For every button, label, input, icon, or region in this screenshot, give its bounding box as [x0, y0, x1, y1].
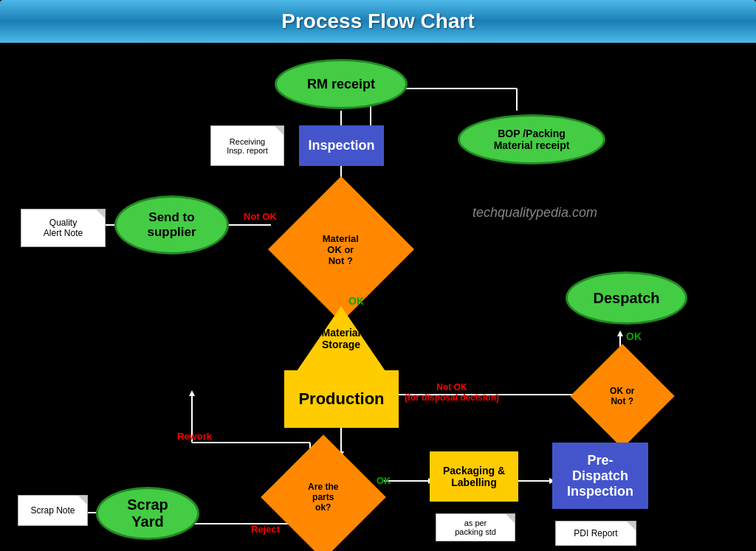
- scrap-note-node: Scrap Note: [18, 495, 88, 526]
- receiving-report-node: ReceivingInsp. report: [210, 125, 284, 166]
- material-ok-label: MaterialOK orNot ?: [323, 232, 359, 266]
- svg-marker-25: [189, 390, 195, 396]
- packaging-node: Packaging &Labelling: [430, 451, 518, 502]
- scrap-note-label: Scrap Note: [30, 505, 75, 516]
- packaging-label: Packaging &Labelling: [443, 465, 505, 488]
- ok-label-despatch: OK: [626, 330, 642, 342]
- pre-dispatch-node: Pre-DispatchInspection: [552, 443, 648, 509]
- inspection-node: Inspection: [299, 125, 384, 166]
- rm-receipt-node: RM receipt: [275, 59, 408, 109]
- scrap-yard-label: ScrapYard: [127, 496, 168, 530]
- despatch-label: Despatch: [593, 290, 659, 307]
- send-to-supplier-label: Send tosupplier: [147, 210, 196, 240]
- ok-or-not-label: OK orNot ?: [610, 386, 634, 406]
- watermark-text: techqualitypedia.com: [472, 205, 597, 220]
- svg-marker-31: [617, 330, 623, 336]
- quality-alert-node: QualityAlert Note: [21, 209, 106, 247]
- not-ok-disposal-label: Not OK(for disposal decision): [405, 382, 499, 403]
- scrap-yard-node: ScrapYard: [96, 487, 199, 540]
- page-title: Process Flow Chart: [281, 10, 474, 33]
- send-to-supplier-node: Send tosupplier: [114, 195, 229, 254]
- pre-dispatch-label: Pre-DispatchInspection: [567, 453, 633, 499]
- quality-alert-label: QualityAlert Note: [44, 218, 83, 238]
- main-container: Process Flow Chart: [0, 0, 756, 551]
- bop-packing-label: BOP /PackingMaterial receipt: [494, 128, 570, 151]
- pdi-report-node: PDI Report: [555, 521, 636, 546]
- are-parts-ok-label: Are thepartsok?: [308, 482, 338, 513]
- rm-receipt-label: RM receipt: [307, 77, 375, 92]
- not-ok-label-1: Not OK: [244, 211, 277, 222]
- ok-or-not-node: OK orNot ?: [570, 344, 674, 448]
- pdi-report-label: PDI Report: [574, 528, 617, 538]
- watermark: techqualitypedia.com: [472, 205, 597, 221]
- material-ok-node: MaterialOK orNot ?: [268, 176, 414, 322]
- ok-label-parts: OK: [377, 475, 391, 486]
- ok-label-1: OK: [348, 295, 364, 307]
- material-storage-label: MaterialStorage: [304, 327, 378, 350]
- reject-label: Reject: [251, 524, 280, 535]
- production-node: Production: [284, 370, 399, 428]
- as-per-packing-node: as perpacking std: [436, 513, 515, 541]
- header: Process Flow Chart: [0, 0, 756, 43]
- despatch-node: Despatch: [566, 271, 687, 325]
- as-per-packing-label: as perpacking std: [455, 519, 496, 536]
- receiving-report-label: ReceivingInsp. report: [227, 137, 268, 155]
- bop-packing-node: BOP /PackingMaterial receipt: [458, 114, 605, 164]
- rework-label: Rework: [177, 431, 212, 442]
- inspection-label: Inspection: [308, 138, 374, 153]
- production-label: Production: [298, 389, 384, 409]
